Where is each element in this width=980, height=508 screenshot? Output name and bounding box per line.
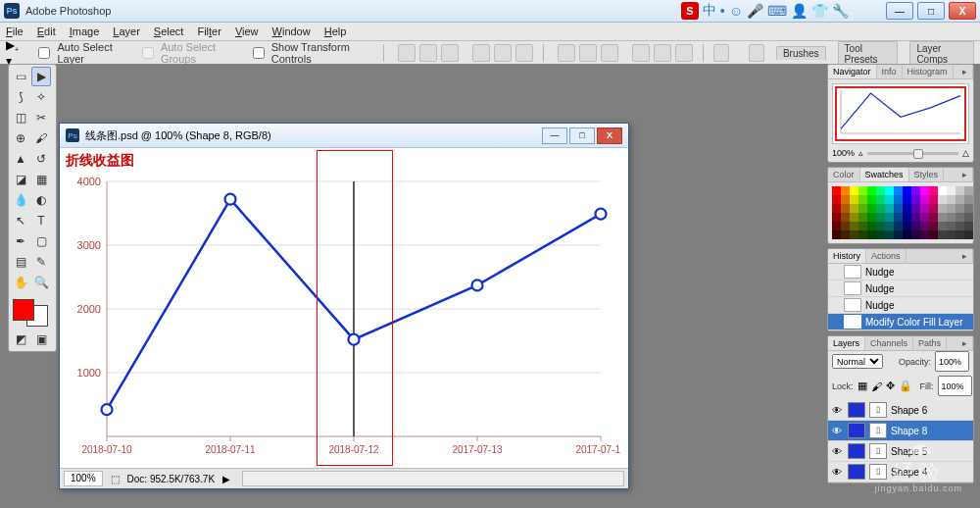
tab-history[interactable]: History — [828, 249, 866, 263]
swatch-cell[interactable] — [858, 222, 867, 230]
dist-vcenter-icon[interactable] — [579, 44, 597, 62]
swatch-cell[interactable] — [911, 230, 920, 239]
swatch-cell[interactable] — [911, 195, 920, 204]
swatch-cell[interactable] — [832, 222, 841, 230]
swatch-cell[interactable] — [850, 195, 858, 204]
swatch-cell[interactable] — [920, 230, 929, 239]
swatch-cell[interactable] — [947, 222, 956, 230]
swatch-cell[interactable] — [858, 195, 867, 204]
foreground-color-swatch[interactable] — [13, 299, 34, 321]
swatch-cell[interactable] — [911, 213, 920, 222]
shape-tool-icon[interactable]: ▢ — [31, 231, 51, 251]
blend-mode-select[interactable]: Normal — [832, 354, 883, 369]
swatch-cell[interactable] — [947, 186, 956, 195]
status-zoom[interactable]: 100% — [64, 471, 103, 486]
ime-tools-icon[interactable]: 🔧 — [832, 3, 849, 19]
palette-tab-layer-comps[interactable]: Layer Comps — [909, 41, 974, 66]
tab-styles[interactable]: Styles — [909, 168, 945, 181]
dist-right-icon[interactable] — [675, 44, 693, 62]
lock-image-icon[interactable]: 🖌 — [871, 381, 882, 392]
swatch-cell[interactable] — [920, 204, 929, 213]
lock-position-icon[interactable]: ✥ — [886, 380, 895, 392]
swatch-cell[interactable] — [956, 230, 964, 239]
type-tool-icon[interactable]: T — [31, 211, 51, 230]
swatch-cell[interactable] — [956, 195, 964, 204]
swatch-cell[interactable] — [876, 230, 885, 239]
swatch-cell[interactable] — [956, 222, 964, 230]
swatch-cell[interactable] — [938, 186, 947, 195]
opacity-input[interactable] — [935, 351, 969, 372]
slice-tool-icon[interactable]: ✂ — [31, 108, 51, 127]
menu-view[interactable]: View — [235, 25, 259, 37]
window-maximize-button[interactable]: □ — [917, 2, 945, 20]
swatch-cell[interactable] — [841, 204, 850, 213]
visibility-toggle-icon[interactable]: 👁 — [830, 426, 844, 436]
screenmode-icon[interactable]: ▣ — [31, 330, 51, 349]
swatch-cell[interactable] — [964, 204, 973, 213]
palette-tab-brushes[interactable]: Brushes — [776, 46, 826, 60]
zoom-out-icon[interactable]: ▵ — [858, 148, 863, 158]
blur-tool-icon[interactable]: 💧 — [11, 190, 30, 210]
panel-menu-icon[interactable]: ▸ — [957, 65, 973, 78]
swatch-cell[interactable] — [903, 204, 911, 213]
marquee-tool-icon[interactable]: ▭ — [11, 67, 30, 86]
swatch-cell[interactable] — [938, 230, 947, 239]
swatch-cell[interactable] — [920, 222, 929, 230]
swatch-cell[interactable] — [956, 213, 964, 222]
palette-toggle-icon[interactable] — [713, 44, 729, 62]
workspace-switch-icon[interactable] — [749, 44, 764, 62]
panel-menu-icon[interactable]: ▸ — [957, 249, 973, 263]
swatch-cell[interactable] — [894, 222, 903, 230]
layer-item[interactable]: 👁▯Shape 6 — [828, 400, 973, 421]
swatch-cell[interactable] — [929, 195, 938, 204]
swatch-cell[interactable] — [876, 213, 885, 222]
swatches-grid[interactable] — [832, 186, 973, 239]
ime-keyboard-icon[interactable]: ⌨ — [767, 3, 787, 19]
lasso-tool-icon[interactable]: ⟆ — [11, 87, 30, 107]
history-item[interactable]: Nudge — [828, 280, 973, 297]
lock-transparent-icon[interactable]: ▦ — [858, 380, 867, 392]
swatch-cell[interactable] — [858, 186, 867, 195]
wand-tool-icon[interactable]: ✧ — [31, 87, 51, 107]
menu-window[interactable]: Window — [272, 25, 311, 37]
swatch-cell[interactable] — [947, 195, 956, 204]
align-left-icon[interactable] — [472, 44, 490, 62]
swatch-cell[interactable] — [929, 204, 938, 213]
swatch-cell[interactable] — [938, 213, 947, 222]
swatch-cell[interactable] — [850, 186, 858, 195]
dist-left-icon[interactable] — [632, 44, 650, 62]
swatch-cell[interactable] — [956, 186, 964, 195]
swatch-cell[interactable] — [832, 213, 841, 222]
ime-full-width-icon[interactable]: ☺ — [729, 3, 743, 19]
ime-skin-icon[interactable]: 👕 — [811, 3, 828, 19]
swatch-cell[interactable] — [867, 195, 876, 204]
swatch-cell[interactable] — [876, 186, 885, 195]
swatch-cell[interactable] — [832, 230, 841, 239]
swatch-cell[interactable] — [858, 213, 867, 222]
dist-bottom-icon[interactable] — [601, 44, 618, 62]
swatch-cell[interactable] — [903, 195, 911, 204]
ime-lang-icon[interactable]: 中 — [703, 2, 716, 20]
tab-layers[interactable]: Layers — [828, 336, 865, 350]
palette-tab-tool-presets[interactable]: Tool Presets — [838, 41, 899, 66]
zoom-in-icon[interactable]: △ — [962, 148, 969, 158]
swatch-cell[interactable] — [850, 213, 858, 222]
swatch-cell[interactable] — [841, 186, 850, 195]
swatch-cell[interactable] — [850, 230, 858, 239]
swatch-cell[interactable] — [929, 186, 938, 195]
swatch-cell[interactable] — [911, 186, 920, 195]
swatch-cell[interactable] — [903, 230, 911, 239]
doc-minimize-button[interactable]: — — [542, 127, 567, 144]
swatch-cell[interactable] — [929, 222, 938, 230]
swatch-cell[interactable] — [885, 195, 894, 204]
ime-sogou-icon[interactable]: S — [681, 2, 699, 20]
history-item[interactable]: Nudge — [828, 264, 973, 280]
swatch-cell[interactable] — [911, 222, 920, 230]
swatch-cell[interactable] — [894, 230, 903, 239]
swatch-cell[interactable] — [920, 186, 929, 195]
swatch-cell[interactable] — [894, 186, 903, 195]
color-swatches[interactable] — [11, 297, 50, 329]
swatch-cell[interactable] — [832, 186, 841, 195]
move-tool-icon[interactable]: ▶ — [31, 67, 51, 86]
document-canvas[interactable]: 折线收益图 10002000300040002018-07-102018-07-… — [60, 148, 628, 468]
